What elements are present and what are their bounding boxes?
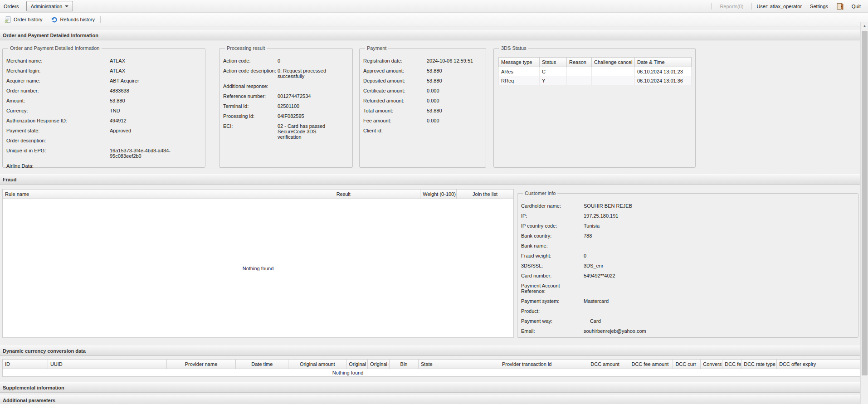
cell (567, 76, 592, 85)
field-label: Additional response: (223, 83, 278, 89)
field-label: Card number: (521, 273, 584, 278)
customer-info-legend: Customer info (523, 190, 557, 196)
column-header[interactable]: DCC curr (673, 360, 701, 369)
column-header[interactable]: Date time (236, 360, 288, 369)
field-value: 02501100 (278, 103, 331, 109)
field-label: Deposited amount: (363, 78, 427, 83)
field-row: Total amount:53.880 (363, 108, 482, 113)
cell (567, 67, 592, 76)
payment-panel: Payment Registration date:2024-10-06 12:… (359, 45, 486, 168)
field-row: Order number:4883638 (6, 88, 201, 93)
field-value: 0 (584, 253, 854, 258)
field-label: Payment system: (521, 298, 584, 304)
field-row: Bank country:788 (521, 233, 854, 239)
menu-administration[interactable]: Administration (26, 1, 73, 11)
field-value: ATLAX (110, 68, 201, 73)
field-row: Terminal id:02501100 (223, 103, 349, 109)
threeds-table: Message type Status Reason Challenge can… (498, 57, 692, 85)
cell: RReq (499, 76, 540, 85)
field-label: Acquirer name: (6, 78, 110, 83)
field-row: Email:souhirbenrejeb@yahoo.com (521, 328, 854, 334)
column-header[interactable]: Message type (499, 58, 540, 67)
threeds-legend: 3DS Status (499, 45, 528, 51)
column-header[interactable]: DCC rate type (741, 360, 777, 369)
field-row: Merchant login:ATLAX (6, 68, 201, 73)
scrollbar-thumb[interactable] (862, 31, 868, 375)
field-row: 3DS/SSL:3DS_enr (521, 263, 854, 268)
field-row: Action code:0 (223, 58, 349, 63)
order-history-icon (5, 16, 11, 23)
field-row: Refunded amount:0.000 (363, 98, 482, 103)
toolbar-separator (100, 16, 101, 23)
table-row[interactable]: RReq Y 06.10.2024 13:01:36 (499, 76, 692, 85)
vertical-scrollbar[interactable]: ▲ (860, 22, 868, 404)
field-label: Approved amount: (363, 68, 427, 73)
refunds-history-button[interactable]: Refunds history (48, 15, 98, 24)
column-header[interactable]: DCC offer expiry (777, 360, 863, 369)
section-additional-parameters[interactable]: Additional parameters (0, 395, 860, 404)
field-label: Payment Account Reference: (521, 283, 566, 294)
field-value (584, 243, 854, 248)
field-value (278, 83, 331, 89)
column-header[interactable]: Challenge cancel (592, 58, 635, 67)
column-header[interactable]: Date & Time (635, 58, 692, 67)
column-header[interactable]: Provider name (167, 360, 236, 369)
column-header[interactable]: Bin (390, 360, 419, 369)
field-row: Payment state:Approved (6, 128, 201, 133)
field-label: Unique id in EPG: (6, 148, 110, 159)
column-header[interactable]: DCC fee (722, 360, 741, 369)
column-header[interactable]: Original c (368, 360, 390, 369)
column-header[interactable]: DCC fee amount (627, 360, 673, 369)
column-header[interactable]: Conversi (701, 360, 722, 369)
menu-quit[interactable]: Quit (848, 4, 864, 9)
column-header[interactable]: Provider transaction id (471, 360, 583, 369)
field-label: 3DS/SSL: (521, 263, 584, 268)
field-value: 53.880 (427, 68, 482, 73)
field-value: 04IF082595 (278, 113, 331, 119)
fraud-empty-message: Nothing found (243, 266, 274, 271)
field-value: 788 (584, 233, 854, 239)
column-header[interactable]: State (419, 360, 471, 369)
column-header[interactable]: ID (3, 360, 48, 369)
field-row: Registration date:2024-10-06 12:59:51 (363, 58, 482, 63)
fraud-table-body: Nothing found (2, 199, 514, 338)
column-header[interactable]: Original f (346, 360, 368, 369)
scroll-up-icon[interactable]: ▲ (861, 22, 868, 29)
field-label: Product: (521, 308, 584, 314)
field-label: Payment way: (521, 318, 584, 324)
table-row[interactable]: ARes C 06.10.2024 13:01:23 (499, 67, 692, 76)
section-dcc: Dynamic currency conversion data (0, 346, 860, 356)
field-row: Merchant name:ATLAX (6, 58, 201, 63)
field-label: Cardholder name: (521, 203, 584, 209)
column-header[interactable]: DCC amount (583, 360, 628, 369)
chevron-down-icon (65, 5, 68, 7)
field-value: 16a15373-3f4e-4bd8-a484-95c083eef2b0 (110, 148, 201, 159)
exit-door-icon[interactable] (836, 3, 844, 10)
field-value: 4883638 (110, 88, 201, 93)
column-header[interactable]: Weight (0-100) (420, 190, 457, 199)
field-row: Currency:TND (6, 108, 201, 113)
menu-orders[interactable]: Orders (0, 4, 23, 9)
field-row: Processing id:04IF082595 (223, 113, 349, 119)
column-header[interactable]: Join the list (457, 190, 513, 199)
column-header[interactable]: Status (540, 58, 567, 67)
field-row: Amount:53.880 (6, 98, 201, 103)
app-window: Orders Administration Reports(0) User: a… (0, 0, 868, 404)
field-row: Client id: (363, 128, 482, 133)
menu-reports[interactable]: Reports(0) (716, 4, 747, 9)
column-header[interactable]: Reason (567, 58, 592, 67)
menubar: Orders Administration Reports(0) User: a… (0, 0, 868, 13)
column-header[interactable]: Result (334, 190, 421, 199)
menu-administration-label: Administration (31, 4, 63, 9)
column-header[interactable]: Original amount (288, 360, 346, 369)
field-value: SOUHIR BEN REJEB (584, 203, 854, 209)
menu-settings[interactable]: Settings (806, 4, 832, 9)
section-fraud: Fraud (0, 174, 860, 185)
field-row: IP country code:Tunisia (521, 223, 854, 229)
column-header[interactable]: UUID (48, 360, 167, 369)
order-history-button[interactable]: Order history (2, 15, 45, 24)
section-supplemental[interactable]: Supplemental information (0, 382, 860, 393)
field-row: Fee amount:0.000 (363, 118, 482, 123)
column-header[interactable]: Rule name (3, 190, 334, 199)
field-value: 2024-10-06 12:59:51 (427, 58, 482, 63)
